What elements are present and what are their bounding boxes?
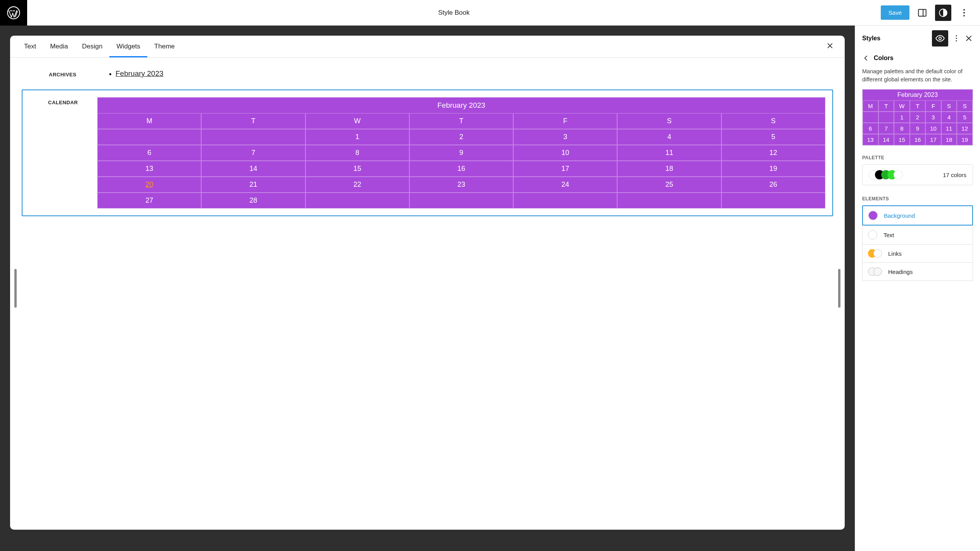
calendar-cell: 20 — [97, 177, 201, 193]
save-button[interactable]: Save — [881, 5, 909, 20]
calendar-cell — [617, 193, 721, 208]
tab-design[interactable]: Design — [75, 36, 110, 57]
calendar-cell — [305, 193, 409, 208]
chevron-left-icon — [862, 54, 870, 62]
calendar-cell: 9 — [910, 123, 926, 134]
calendar-cell — [863, 112, 878, 123]
calendar-cell: 12 — [957, 123, 973, 134]
calendar-cell: 22 — [305, 177, 409, 193]
tab-theme[interactable]: Theme — [147, 36, 182, 57]
tab-widgets[interactable]: Widgets — [109, 36, 147, 57]
calendar-cell — [409, 193, 513, 208]
calendar-cell: 15 — [305, 161, 409, 177]
calendar-day-header: S — [957, 100, 973, 112]
calendar-cell — [97, 129, 201, 145]
palette-count: 17 colors — [943, 172, 966, 178]
calendar-cell — [513, 193, 617, 208]
page-title: Style Book — [27, 9, 881, 17]
resize-handle-right[interactable] — [838, 269, 840, 308]
calendar-day-header: T — [878, 100, 894, 112]
calendar-day-header: M — [97, 113, 201, 129]
archive-item: February 2023 — [116, 69, 818, 78]
calendar-cell: 2 — [409, 129, 513, 145]
style-book-preview-icon[interactable] — [932, 30, 948, 46]
crumb-title: Colors — [874, 55, 894, 62]
calendar-cell: 2 — [910, 112, 926, 123]
calendar-cell: 7 — [201, 145, 305, 161]
element-background[interactable]: Background — [862, 205, 973, 226]
palette-button[interactable]: 17 colors — [862, 164, 973, 185]
calendar-day-header: W — [894, 100, 910, 112]
element-text[interactable]: Text — [862, 225, 973, 245]
calendar-day-header: T — [910, 100, 926, 112]
tab-media[interactable]: Media — [43, 36, 75, 57]
calendar-cell — [201, 129, 305, 145]
element-links[interactable]: Links — [862, 244, 973, 263]
calendar-cell: 6 — [863, 123, 878, 134]
more-options-icon[interactable] — [956, 5, 972, 21]
calendar-cell: 13 — [863, 134, 878, 145]
calendar-cell: 11 — [941, 123, 957, 134]
calendar-cell — [878, 112, 894, 123]
calendar-cell: 3 — [925, 112, 941, 123]
tab-text[interactable]: Text — [17, 36, 43, 57]
calendar-label: CALENDAR — [29, 97, 88, 208]
svg-rect-1 — [918, 9, 926, 16]
element-swatch — [868, 211, 878, 220]
svg-point-11 — [956, 38, 957, 39]
calendar-cell: 1 — [305, 129, 409, 145]
calendar-cell: 28 — [201, 193, 305, 208]
close-stylebook-icon[interactable] — [822, 38, 838, 55]
svg-point-9 — [939, 37, 942, 40]
calendar-cell: 9 — [409, 145, 513, 161]
svg-point-12 — [956, 40, 957, 41]
sidebar-toggle-icon[interactable] — [914, 5, 930, 21]
calendar-cell: 12 — [721, 145, 825, 161]
calendar-cell: 17 — [513, 161, 617, 177]
calendar-cell: 3 — [513, 129, 617, 145]
calendar-day-header: S — [617, 113, 721, 129]
calendar-cell: 4 — [941, 112, 957, 123]
calendar-link[interactable]: 20 — [145, 181, 153, 188]
styles-toggle-icon[interactable] — [935, 5, 951, 21]
calendar-cell: 10 — [513, 145, 617, 161]
element-swatch — [868, 267, 882, 276]
calendar-cell: 16 — [910, 134, 926, 145]
archive-link[interactable]: February 2023 — [116, 69, 164, 77]
wordpress-logo[interactable] — [0, 0, 27, 26]
svg-point-4 — [963, 9, 965, 10]
calendar-table: February 2023MTWTFSS12345678910111213141… — [97, 97, 825, 208]
calendar-day-header: F — [513, 113, 617, 129]
calendar-cell: 17 — [925, 134, 941, 145]
calendar-cell: 8 — [305, 145, 409, 161]
calendar-cell: 8 — [894, 123, 910, 134]
element-headings[interactable]: Headings — [862, 262, 973, 281]
style-book-tabs: TextMediaDesignWidgetsTheme — [10, 36, 845, 58]
archives-label: ARCHIVES — [22, 69, 91, 78]
top-bar: Style Book Save — [0, 0, 980, 26]
calendar-cell: 13 — [97, 161, 201, 177]
calendar-cell: 18 — [941, 134, 957, 145]
element-swatch — [868, 230, 877, 239]
elements-label: ELEMENTS — [855, 192, 980, 205]
calendar-cell: 6 — [97, 145, 201, 161]
element-name: Links — [888, 250, 902, 257]
calendar-block[interactable]: CALENDAR February 2023MTWTFSS12345678910… — [22, 90, 833, 216]
breadcrumb[interactable]: Colors — [855, 51, 980, 67]
calendar-day-header: S — [941, 100, 957, 112]
calendar-cell: 25 — [617, 177, 721, 193]
styles-sidebar: Styles Colors Manage palettes and the de… — [855, 26, 980, 551]
calendar-cell: 24 — [513, 177, 617, 193]
svg-point-10 — [956, 35, 957, 36]
sidebar-close-icon[interactable] — [964, 34, 973, 43]
calendar-cell: 10 — [925, 123, 941, 134]
calendar-day-header: W — [305, 113, 409, 129]
calendar-cell: 11 — [617, 145, 721, 161]
element-name: Background — [884, 212, 915, 219]
calendar-cell: 1 — [894, 112, 910, 123]
svg-point-6 — [963, 15, 965, 16]
resize-handle-left[interactable] — [14, 269, 17, 308]
sidebar-description: Manage palettes and the default color of… — [855, 67, 980, 89]
sidebar-more-icon[interactable] — [952, 34, 961, 43]
canvas-area: TextMediaDesignWidgetsTheme ARCHIVES Feb… — [0, 26, 855, 551]
